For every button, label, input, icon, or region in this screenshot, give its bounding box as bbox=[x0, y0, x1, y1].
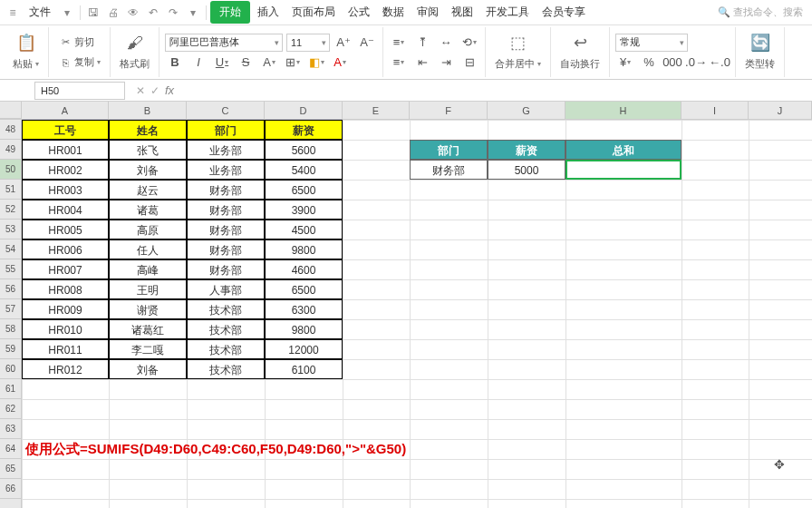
cell-dept[interactable]: 财务部 bbox=[187, 220, 265, 239]
cell-name[interactable]: 诸葛 bbox=[109, 200, 187, 220]
cell-sal[interactable]: 5600 bbox=[265, 140, 343, 160]
indent-dec-icon[interactable]: ⇤ bbox=[412, 54, 432, 72]
row-header-56[interactable]: 56 bbox=[0, 279, 21, 299]
tab-data[interactable]: 数据 bbox=[377, 1, 410, 24]
cell-dept[interactable]: 财务部 bbox=[187, 239, 265, 259]
cell-sal[interactable]: 6100 bbox=[265, 359, 343, 379]
comma-button[interactable]: 000 bbox=[662, 54, 682, 72]
type-convert-button[interactable]: 类型转 bbox=[741, 55, 778, 73]
cell-id[interactable]: HR004 bbox=[22, 200, 109, 220]
cell-name[interactable]: 李二嘎 bbox=[109, 339, 187, 359]
font-family-select[interactable]: 阿里巴巴普惠体 bbox=[165, 34, 283, 52]
row-header-64[interactable]: 64 bbox=[0, 439, 21, 459]
cut-button[interactable]: ✂剪切 bbox=[54, 34, 104, 52]
cell-id[interactable]: HR010 bbox=[22, 319, 109, 339]
cell-id[interactable]: HR009 bbox=[22, 299, 109, 319]
cell-id[interactable]: HR005 bbox=[22, 220, 109, 239]
row-header-65[interactable]: 65 bbox=[0, 459, 21, 479]
side-dept[interactable]: 财务部 bbox=[410, 160, 488, 180]
side-header-sum[interactable]: 总和 bbox=[566, 140, 682, 160]
dec-dec-icon[interactable]: ←.0 bbox=[710, 54, 730, 72]
currency-button[interactable]: ¥ bbox=[615, 54, 635, 72]
tab-insert[interactable]: 插入 bbox=[252, 1, 285, 24]
border-button[interactable]: ⊞ bbox=[283, 54, 303, 72]
tab-dev[interactable]: 开发工具 bbox=[480, 1, 535, 24]
search-commands[interactable]: 🔍 查找命令、搜索 bbox=[712, 5, 808, 19]
wrap-button[interactable]: 自动换行 bbox=[556, 55, 604, 73]
header-id[interactable]: 工号 bbox=[22, 120, 109, 140]
chevron-down-icon[interactable]: ▾ bbox=[58, 4, 76, 22]
paste-icon[interactable]: 📋 bbox=[15, 32, 37, 54]
header-name[interactable]: 姓名 bbox=[109, 120, 187, 140]
header-sal[interactable]: 薪资 bbox=[265, 120, 343, 140]
row-header-51[interactable]: 51 bbox=[0, 180, 21, 200]
tab-formula[interactable]: 公式 bbox=[343, 1, 375, 24]
cell-name[interactable]: 任人 bbox=[109, 239, 187, 259]
cell-dept[interactable]: 技术部 bbox=[187, 339, 265, 359]
cell-sal[interactable]: 4500 bbox=[265, 220, 343, 239]
format-painter-button[interactable]: 格式刷 bbox=[116, 55, 153, 73]
cell-id[interactable]: HR008 bbox=[22, 279, 109, 299]
cell-name[interactable]: 张飞 bbox=[109, 140, 187, 160]
cell-dept[interactable]: 技术部 bbox=[187, 359, 265, 379]
row-header-63[interactable]: 63 bbox=[0, 419, 21, 439]
accept-icon[interactable]: ✓ bbox=[150, 84, 160, 97]
chevron-down-icon[interactable]: ▾ bbox=[184, 4, 202, 22]
decrease-font-icon[interactable]: A⁻ bbox=[357, 34, 377, 52]
cell-dept[interactable]: 财务部 bbox=[187, 259, 265, 279]
cell-id[interactable]: HR007 bbox=[22, 259, 109, 279]
col-header-C[interactable]: C bbox=[187, 102, 265, 119]
row-header-54[interactable]: 54 bbox=[0, 239, 21, 259]
side-header-sal[interactable]: 薪资 bbox=[488, 140, 566, 160]
select-all-corner[interactable] bbox=[0, 102, 22, 119]
distribute-icon[interactable]: ⊟ bbox=[459, 54, 479, 72]
cell-id[interactable]: HR012 bbox=[22, 359, 109, 379]
cell-sal[interactable]: 6500 bbox=[265, 180, 343, 200]
cell-dept[interactable]: 财务部 bbox=[187, 180, 265, 200]
cell-sal[interactable]: 5400 bbox=[265, 160, 343, 180]
row-header-49[interactable]: 49 bbox=[0, 140, 21, 160]
cell-dept[interactable]: 业务部 bbox=[187, 160, 265, 180]
tab-view[interactable]: 视图 bbox=[446, 1, 478, 24]
cell-dept[interactable]: 技术部 bbox=[187, 319, 265, 339]
row-header-58[interactable]: 58 bbox=[0, 319, 21, 339]
bold-button[interactable]: B bbox=[165, 54, 185, 72]
cell-sal[interactable]: 9800 bbox=[265, 239, 343, 259]
row-header-61[interactable]: 61 bbox=[0, 379, 21, 399]
increase-font-icon[interactable]: A⁺ bbox=[334, 34, 353, 52]
col-header-F[interactable]: F bbox=[410, 102, 488, 119]
percent-button[interactable]: % bbox=[639, 54, 659, 72]
halign-button[interactable]: ≡ bbox=[389, 54, 409, 72]
cancel-icon[interactable]: ✕ bbox=[136, 84, 145, 97]
menu-icon[interactable]: ≡ bbox=[4, 4, 22, 22]
cell-name[interactable]: 高峰 bbox=[109, 259, 187, 279]
paintbrush-icon[interactable]: 🖌 bbox=[124, 32, 146, 54]
col-header-A[interactable]: A bbox=[22, 102, 109, 119]
merge-button[interactable]: 合并居中 bbox=[491, 55, 545, 73]
selected-cell[interactable] bbox=[566, 160, 682, 180]
col-header-J[interactable]: J bbox=[749, 102, 812, 119]
cell-id[interactable]: HR006 bbox=[22, 239, 109, 259]
wrap-icon[interactable]: ↩ bbox=[569, 32, 591, 54]
col-header-D[interactable]: D bbox=[265, 102, 343, 119]
row-header-57[interactable]: 57 bbox=[0, 299, 21, 319]
cell-id[interactable]: HR003 bbox=[22, 180, 109, 200]
cell-name[interactable]: 谢贤 bbox=[109, 299, 187, 319]
cell-id[interactable]: HR011 bbox=[22, 339, 109, 359]
row-header-52[interactable]: 52 bbox=[0, 200, 21, 220]
col-header-I[interactable]: I bbox=[682, 102, 749, 119]
row-header-55[interactable]: 55 bbox=[0, 259, 21, 279]
indent-inc-icon[interactable]: ⇥ bbox=[436, 54, 456, 72]
number-format-select[interactable]: 常规 bbox=[615, 34, 688, 52]
align-top-icon[interactable]: ⤒ bbox=[412, 34, 432, 52]
col-header-E[interactable]: E bbox=[343, 102, 410, 119]
side-sal[interactable]: 5000 bbox=[488, 160, 566, 180]
tab-start[interactable]: 开始 bbox=[210, 1, 250, 24]
cell-name[interactable]: 赵云 bbox=[109, 180, 187, 200]
cell-dept[interactable]: 业务部 bbox=[187, 140, 265, 160]
header-dept[interactable]: 部门 bbox=[187, 120, 265, 140]
save-icon[interactable]: 🖫 bbox=[84, 4, 102, 22]
undo-icon[interactable]: ↶ bbox=[144, 4, 162, 22]
cell-sal[interactable]: 9800 bbox=[265, 319, 343, 339]
print-icon[interactable]: 🖨 bbox=[104, 4, 122, 22]
